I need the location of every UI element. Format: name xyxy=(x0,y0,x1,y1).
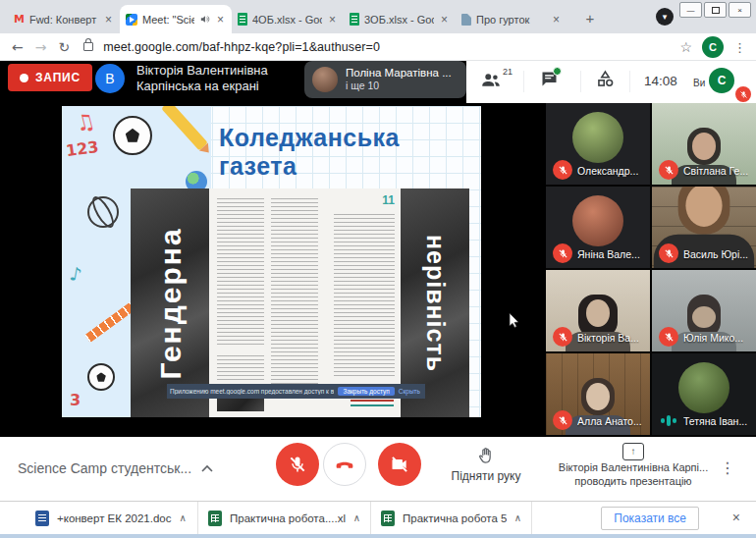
tab-title: Про гурток xyxy=(476,14,546,26)
leave-call-button[interactable] xyxy=(323,443,366,486)
mic-off-badge xyxy=(553,243,572,263)
raise-hand-label: Підняти руку xyxy=(432,469,540,483)
you-label: Ви xyxy=(693,78,705,88)
presenter-avatar: В xyxy=(95,64,125,93)
people-icon xyxy=(480,69,502,90)
minimize-button[interactable]: — xyxy=(679,2,702,18)
download-filename: Практична робота 5.xlsx xyxy=(403,512,507,524)
bookmark-star-icon[interactable]: ☆ xyxy=(679,39,692,55)
participant-tile[interactable]: Юлія Мико... xyxy=(652,270,756,351)
participant-tile[interactable]: Світлана Ге... xyxy=(652,103,756,185)
soccer-ball-icon xyxy=(87,363,115,391)
back-icon[interactable]: ← xyxy=(12,39,24,55)
soccer-ball-icon xyxy=(113,116,152,155)
participant-tile[interactable]: Алла Анато... xyxy=(546,353,650,435)
browser-menu-icon[interactable]: ⋮ xyxy=(733,40,746,55)
download-item[interactable]: Практична робота 5.xlsx ∧ xyxy=(371,502,532,534)
meet-icon xyxy=(126,14,137,26)
restore-button[interactable] xyxy=(704,2,727,18)
avatar xyxy=(678,362,729,413)
new-tab-button[interactable]: + xyxy=(579,8,601,29)
media-controls-button[interactable]: ▾ xyxy=(656,8,674,26)
download-menu-icon[interactable]: ∧ xyxy=(514,512,521,523)
chat-button[interactable] xyxy=(539,69,560,89)
url-text[interactable]: meet.google.com/baf-hhpz-kqe?pli=1&authu… xyxy=(103,40,380,54)
tab-sheet-4ob[interactable]: 4ОБ.xlsx - Google Т × xyxy=(232,5,344,33)
credit-line xyxy=(351,400,394,402)
meet-bottom-bar: Science Camp студентськ... xyxy=(0,437,756,501)
download-menu-icon[interactable]: ∧ xyxy=(180,512,187,523)
atom-icon xyxy=(87,196,119,228)
participant-tile[interactable]: Василь Юрі... xyxy=(652,187,756,268)
more-options-icon[interactable]: ⋮ xyxy=(720,458,735,477)
tab-sheet-3ob[interactable]: 3ОБ.xlsx - Google Т × xyxy=(344,5,456,33)
presentation-slide: Коледжанська газета ♫ 123 ♪ 3 xyxy=(62,106,481,417)
chevron-up-icon xyxy=(201,464,213,472)
browser-profile-avatar[interactable]: C xyxy=(702,36,724,58)
document-icon xyxy=(461,14,471,26)
download-item[interactable]: +конверт ЕК 2021.doc ∧ xyxy=(26,502,198,534)
activities-button[interactable] xyxy=(595,69,616,89)
avatar xyxy=(572,112,623,163)
tab-close-icon[interactable]: × xyxy=(551,13,562,27)
hide-button[interactable]: Скрыть xyxy=(399,388,420,395)
mic-off-icon xyxy=(288,455,307,474)
tab-gurtok[interactable]: Про гурток × xyxy=(456,5,567,33)
pinned-avatar xyxy=(312,67,338,92)
sheets-icon xyxy=(350,13,359,26)
meeting-name-button[interactable]: Science Camp студентськ... xyxy=(18,460,213,476)
music-note-icon: ♫ xyxy=(73,108,97,136)
present-icon: ↑ xyxy=(622,443,644,460)
participant-count: 21 xyxy=(503,67,513,77)
self-mic-muted-badge xyxy=(735,86,751,102)
window-close-button[interactable]: × xyxy=(729,2,751,18)
download-filename: Практична робота....xlsx xyxy=(230,512,346,524)
pinned-participant-pill[interactable]: Поліна Маратівна ... і ще 10 xyxy=(304,61,466,98)
padlock-icon[interactable] xyxy=(83,42,93,51)
tab-gmail[interactable]: M Fwd: Конверт - s.k × xyxy=(8,5,120,33)
mic-toggle-button[interactable] xyxy=(276,443,319,486)
refresh-icon[interactable]: ↻ xyxy=(58,39,70,55)
camera-off-icon xyxy=(390,455,409,474)
participant-name: Тетяна Іван... xyxy=(683,415,747,427)
activities-icon xyxy=(595,69,616,89)
tab-close-icon[interactable]: × xyxy=(439,13,450,27)
show-all-downloads-button[interactable]: Показати все xyxy=(601,507,699,530)
hangup-icon xyxy=(334,454,355,475)
participant-tile[interactable]: Олександр... xyxy=(546,103,650,185)
hand-icon xyxy=(476,445,496,466)
excel-file-icon xyxy=(208,511,222,526)
numbers-doodle2: 3 xyxy=(70,391,81,409)
mic-off-badge xyxy=(553,410,572,430)
downloads-bar: +конверт ЕК 2021.doc ∧ Практична робота.… xyxy=(0,501,756,534)
meet-app: Коледжанська газета ♫ 123 ♪ 3 xyxy=(0,61,756,437)
participants-grid: Олександр... Світлана Ге... Яніна Вале..… xyxy=(546,103,756,437)
speaking-indicator xyxy=(661,414,676,426)
stop-sharing-button[interactable]: Закрыть доступ xyxy=(338,387,394,396)
excel-file-icon xyxy=(381,511,395,526)
pencil-icon xyxy=(161,106,208,151)
download-menu-icon[interactable]: ∧ xyxy=(353,512,360,523)
page-number: 11 xyxy=(382,193,395,207)
tab-close-icon[interactable]: × xyxy=(215,13,226,27)
participants-button[interactable]: 21 xyxy=(480,69,513,90)
credit-line xyxy=(351,404,394,406)
forward-icon[interactable]: → xyxy=(35,39,47,55)
tab-meet[interactable]: Meet: "Science × xyxy=(120,5,232,33)
tab-close-icon[interactable]: × xyxy=(103,13,114,27)
self-avatar[interactable]: C xyxy=(709,68,734,93)
participant-tile[interactable]: Яніна Вале... xyxy=(546,187,650,268)
tab-close-icon[interactable]: × xyxy=(327,13,338,27)
participant-tile[interactable]: Тетяна Іван... xyxy=(652,353,756,435)
download-item[interactable]: Практична робота....xlsx ∧ xyxy=(198,502,371,534)
raise-hand-button[interactable]: Підняти руку xyxy=(432,445,540,483)
participant-tile[interactable]: Вікторія Ва... xyxy=(546,270,650,351)
participant-name: Алла Анато... xyxy=(577,415,642,427)
tab-audio-icon[interactable] xyxy=(199,14,210,25)
mic-off-badge xyxy=(553,160,572,180)
mic-off-badge xyxy=(659,327,678,347)
recording-badge: ЗАПИС xyxy=(8,64,92,91)
camera-toggle-button[interactable] xyxy=(378,443,421,486)
presenting-status[interactable]: ↑ Вікторія Валентинівна Карпі... проводи… xyxy=(555,441,712,488)
downloads-close-icon[interactable]: × xyxy=(732,510,740,525)
